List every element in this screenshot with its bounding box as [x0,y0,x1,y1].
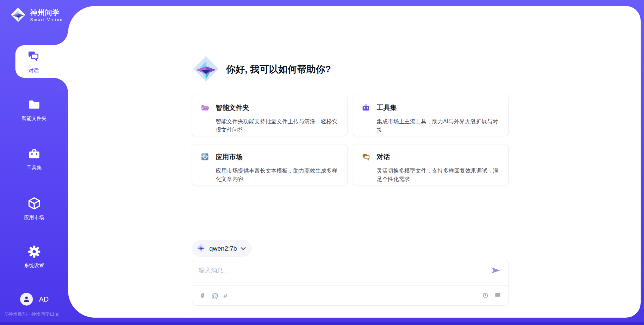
card-toolset[interactable]: 工具集 集成市场上主流工具，助力AI与外界无缝扩展与对接 [353,95,508,136]
active-tab-fillet-bottom [53,78,68,92]
card-description: 智能文件夹功能支持批量文件上传与清洗，轻松实现文件问答 [216,117,341,136]
user-name: AD [39,295,49,303]
card-title: 应用市场 [216,152,341,165]
user-menu[interactable]: AD [20,293,49,306]
card-description: 灵活切换多模型文件，支持多样回复效果调试，满足个性化需求 [377,167,502,185]
at-icon: @ [211,292,218,300]
avatar [20,293,33,306]
grid-icon [201,152,216,165]
topic-button[interactable]: # [223,292,227,300]
sidebar: 神州问学 Smart Vision 对话 智能文件夹 [0,0,68,325]
paperclip-icon [199,292,206,300]
send-icon [491,270,501,275]
brand-diamond-icon [10,7,26,24]
card-description: 应用市场提供丰富长文本模板，助力高效生成多样化文章内容 [216,167,341,185]
brand-subtitle: Smart Vision [30,17,63,22]
toolbox-icon [28,156,41,161]
new-chat-button[interactable] [494,292,501,300]
attach-file-button[interactable] [199,292,206,300]
sidebar-item-label: 应用市场 [0,214,68,221]
mention-button[interactable]: @ [211,292,218,300]
send-button[interactable] [491,267,501,275]
sidebar-item-settings[interactable]: 系统设置 [0,245,68,269]
hash-icon: # [223,292,227,300]
cube-icon [27,206,41,211]
app-diamond-icon [192,55,220,84]
chat-icon [362,152,377,165]
model-diamond-icon [196,243,206,254]
feature-cards: 智能文件夹 智能文件夹功能支持批量文件上传与清洗，轻松实现文件问答 工具集 集成… [192,95,508,185]
message-input[interactable] [199,265,481,276]
sidebar-item-label: 智能文件夹 [0,115,68,122]
card-app-market[interactable]: 应用市场 应用市场提供丰富长文本模板，助力高效生成多样化文章内容 [192,144,347,185]
model-name: qwen2:7b [209,245,237,252]
main-panel: 你好, 我可以如何帮助你? 智能文件夹 智能文件夹功能支持批量文件上传与清洗，轻… [68,6,641,318]
card-description: 集成市场上主流工具，助力AI与外界无缝扩展与对接 [377,117,502,136]
card-title: 智能文件夹 [216,103,341,115]
composer: @ # [192,260,508,306]
active-tab-fillet-top [53,30,68,45]
brand-name: 神州问学 [30,9,63,17]
bottom-edge [0,322,644,325]
sidebar-item-label: 工具集 [0,165,68,171]
card-smart-folder[interactable]: 智能文件夹 智能文件夹功能支持批量文件上传与清洗，轻松实现文件问答 [192,95,347,136]
sidebar-item-label: 对话 [23,67,44,74]
sidebar-item-chat[interactable]: 对话 [15,45,68,78]
composer-divider [192,285,508,286]
toolbox-icon [362,103,377,115]
gear-icon [28,254,41,259]
sidebar-item-label: 系统设置 [0,262,68,269]
brand: 神州问学 Smart Vision [10,7,63,24]
sidebar-item-smart-folder[interactable]: 智能文件夹 [0,98,68,122]
chevron-down-icon [240,246,246,252]
card-title: 工具集 [377,103,502,115]
greeting: 你好, 我可以如何帮助你? [192,55,508,84]
copyright: ©神州数码 · 神州问学出品 [5,311,72,317]
folder-icon [28,107,41,112]
card-title: 对话 [377,152,502,165]
folder-open-icon [201,103,216,115]
card-chat[interactable]: 对话 灵活切换多模型文件，支持多样回复效果调试，满足个性化需求 [353,144,508,185]
sidebar-item-toolset[interactable]: 工具集 [0,147,68,171]
model-selector[interactable]: qwen2:7b [192,240,252,257]
sidebar-item-app-market[interactable]: 应用市场 [0,196,68,221]
history-button[interactable] [481,291,489,301]
history-icon [481,291,489,301]
comment-icon [494,292,501,300]
greeting-title: 你好, 我可以如何帮助你? [226,63,331,76]
composer-toolbar: @ # [199,290,501,302]
